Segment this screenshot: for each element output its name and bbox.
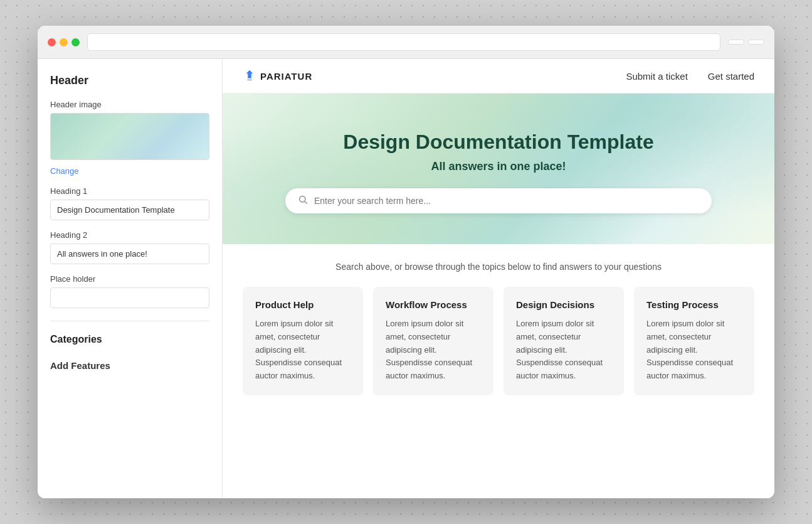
sidebar-image-label: Header image — [50, 100, 209, 109]
card-text-1: Lorem ipsum dolor sit amet, consectetur … — [386, 318, 481, 383]
sidebar-heading1-input[interactable] — [50, 200, 209, 220]
card-title-2: Design Decisions — [516, 299, 611, 310]
cards-grid: Product Help Lorem ipsum dolor sit amet,… — [223, 282, 774, 415]
sidebar-header-title: Header — [50, 74, 209, 87]
browser-btn-2[interactable] — [748, 40, 764, 45]
browse-text: Search above, or browse through the topi… — [243, 262, 754, 272]
sidebar-placeholder-input[interactable] — [50, 287, 209, 308]
browse-section: Search above, or browse through the topi… — [223, 244, 774, 282]
maximize-button[interactable] — [71, 38, 80, 46]
main-content: PARIATUR Submit a ticket Get started Des… — [223, 59, 774, 498]
card-text-3: Lorem ipsum dolor sit amet, consectetur … — [646, 318, 742, 383]
nav-links: Submit a ticket Get started — [626, 71, 754, 82]
search-bar — [285, 188, 712, 213]
address-bar[interactable] — [87, 33, 720, 51]
hero-title: Design Documentation Template — [343, 131, 653, 154]
app-content: Header Header image Change Heading 1 Hea… — [38, 59, 774, 498]
card-3[interactable]: Testing Process Lorem ipsum dolor sit am… — [634, 287, 754, 395]
sidebar-add-features-label[interactable]: Add Features — [50, 355, 209, 376]
card-2[interactable]: Design Decisions Lorem ipsum dolor sit a… — [504, 287, 624, 395]
browser-chrome — [38, 26, 774, 59]
card-title-3: Testing Process — [646, 299, 742, 310]
card-text-2: Lorem ipsum dolor sit amet, consectetur … — [516, 318, 611, 383]
sidebar-placeholder-label: Place holder — [50, 274, 209, 284]
sidebar-change-link[interactable]: Change — [50, 166, 79, 176]
nav-get-started[interactable]: Get started — [708, 71, 754, 82]
traffic-lights — [48, 38, 80, 46]
search-icon — [298, 195, 308, 207]
svg-line-1 — [305, 201, 307, 204]
card-title-1: Workflow Process — [386, 299, 481, 310]
browser-buttons — [728, 40, 764, 45]
sidebar-heading1-label: Heading 1 — [50, 186, 209, 196]
top-nav: PARIATUR Submit a ticket Get started — [223, 59, 774, 94]
minimize-button[interactable] — [60, 38, 68, 46]
browser-btn-1[interactable] — [728, 40, 744, 45]
search-input[interactable] — [314, 196, 699, 206]
nav-submit-ticket[interactable]: Submit a ticket — [626, 71, 687, 82]
sidebar-divider — [50, 321, 209, 321]
sidebar-image-placeholder — [50, 113, 209, 160]
svg-point-0 — [300, 196, 305, 202]
browser-window: Header Header image Change Heading 1 Hea… — [38, 26, 774, 498]
sidebar: Header Header image Change Heading 1 Hea… — [38, 59, 223, 498]
sidebar-categories-title: Categories — [50, 334, 209, 345]
card-title-0: Product Help — [255, 299, 351, 310]
hero-subtitle: All answers in one place! — [431, 160, 566, 173]
close-button[interactable] — [48, 38, 56, 46]
hero-section: Design Documentation Template All answer… — [223, 94, 774, 244]
sidebar-heading2-input[interactable] — [50, 243, 209, 264]
card-0[interactable]: Product Help Lorem ipsum dolor sit amet,… — [243, 287, 363, 395]
logo-text: PARIATUR — [260, 71, 312, 82]
logo: PARIATUR — [243, 69, 312, 83]
card-text-0: Lorem ipsum dolor sit amet, consectetur … — [255, 318, 351, 383]
card-1[interactable]: Workflow Process Lorem ipsum dolor sit a… — [373, 287, 493, 395]
sidebar-heading2-label: Heading 2 — [50, 230, 209, 240]
logo-icon — [243, 69, 256, 83]
